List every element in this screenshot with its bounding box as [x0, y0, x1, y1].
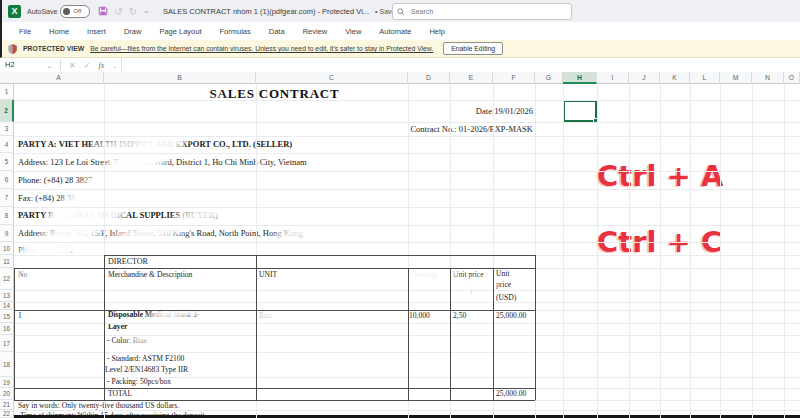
gridline-v — [629, 84, 630, 418]
formula-input[interactable] — [121, 58, 800, 72]
column-header-j[interactable]: J — [629, 72, 660, 84]
row-header-20[interactable]: 20 — [0, 388, 14, 400]
gridline-h — [14, 410, 800, 411]
row-header-13[interactable]: 13 — [0, 290, 14, 302]
ribbon-tab-home[interactable]: Home — [40, 27, 78, 36]
title-bar: X AutoSave Off ↺ ↻ ⌄ SALES CONTRACT nhóm… — [0, 0, 800, 22]
column-header-o[interactable]: O — [784, 72, 800, 84]
ribbon-tab-view[interactable]: View — [336, 27, 370, 36]
column-header-n[interactable]: N — [752, 72, 784, 84]
item-no: 1 — [18, 312, 22, 320]
table-border — [104, 255, 535, 256]
row-header-5[interactable]: 5 — [0, 153, 14, 171]
row-header-15[interactable]: 15 — [0, 310, 14, 323]
row-header-17[interactable]: 17 — [0, 335, 14, 352]
row-header-21[interactable]: 21 — [0, 400, 14, 410]
ribbon-tab-insert[interactable]: Insert — [78, 27, 115, 36]
search-input[interactable] — [409, 7, 543, 16]
item-desc2: Layer — [108, 323, 127, 331]
formula-bar: H2 ⌄ ✕ ✓ fx ⌄ — [0, 58, 800, 73]
row-header-18[interactable]: 18 — [0, 352, 14, 377]
table-border — [408, 268, 409, 400]
row-header-11[interactable]: 11 — [0, 255, 14, 268]
item-price: 2,50 — [453, 312, 466, 320]
column-header-h[interactable]: H — [563, 72, 597, 84]
item-standard-2: Level 2/EN14683 Type IIR — [105, 366, 188, 374]
autosave-control[interactable]: AutoSave Off — [27, 5, 90, 18]
customize-toolbar-icon[interactable]: ⌄ — [143, 7, 149, 15]
column-header-g[interactable]: G — [535, 72, 563, 84]
row-header-9[interactable]: 9 — [0, 225, 14, 242]
column-header-b[interactable]: B — [104, 72, 256, 84]
ribbon-tab-file[interactable]: File — [10, 27, 40, 36]
row-header-22[interactable]: 22 — [0, 410, 14, 418]
row-header-2[interactable]: 2 — [0, 100, 14, 122]
column-header-c[interactable]: C — [256, 72, 408, 84]
ribbon-tab-data[interactable]: Data — [260, 27, 294, 36]
row-header-10[interactable]: 10 — [0, 242, 14, 255]
gridline-h — [14, 302, 800, 303]
ribbon-tab-review[interactable]: Review — [294, 27, 337, 36]
column-header-i[interactable]: I — [597, 72, 629, 84]
divider — [60, 60, 61, 70]
ribbon-tab-page-layout[interactable]: Page Layout — [150, 27, 210, 36]
row-header-7[interactable]: 7 — [0, 189, 14, 207]
gridline-h — [14, 136, 800, 137]
column-header-m[interactable]: M — [720, 72, 752, 84]
insert-function-icon[interactable]: fx — [98, 61, 104, 70]
ribbon-tab-help[interactable]: Help — [420, 27, 453, 36]
ribbon-tab-formulas[interactable]: Formulas — [211, 27, 260, 36]
formula-chevron-icon: ⌄ — [112, 62, 117, 69]
column-header-f[interactable]: F — [493, 72, 535, 84]
column-header-d[interactable]: D — [408, 72, 450, 84]
gridline-h — [14, 290, 800, 291]
search-box[interactable] — [392, 3, 572, 20]
save-icon[interactable] — [98, 6, 108, 16]
gridline-h — [14, 207, 800, 208]
cancel-icon[interactable]: ✕ — [69, 61, 76, 70]
document-title: SALES CONTRACT nhóm 1 (1)(pdfgear.com) -… — [163, 7, 369, 16]
item-qty: 10,000 — [409, 312, 430, 320]
table-border — [256, 255, 257, 400]
search-icon — [397, 8, 405, 16]
smudge — [543, 289, 616, 327]
ribbon-tab-draw[interactable]: Draw — [115, 27, 151, 36]
gridline-v — [784, 84, 785, 418]
row-header-8[interactable]: 8 — [0, 207, 14, 225]
gridline-h — [14, 225, 800, 226]
row-header-6[interactable]: 6 — [0, 171, 14, 189]
row-header-4[interactable]: 4 — [0, 136, 14, 153]
column-header-e[interactable]: E — [450, 72, 493, 84]
ribbon-tab-bar: FileHomeInsertDrawPage LayoutFormulasDat… — [0, 22, 800, 40]
undo-icon[interactable]: ↺ — [114, 6, 122, 17]
redo-icon[interactable]: ↻ — [129, 6, 137, 17]
gridline-v — [720, 84, 721, 418]
table-border — [493, 268, 494, 400]
autosave-label: AutoSave — [27, 8, 57, 15]
col-amount-2: price — [496, 281, 511, 289]
enter-icon[interactable]: ✓ — [84, 61, 91, 70]
gridline-v — [563, 84, 564, 418]
row-header-14[interactable]: 14 — [0, 302, 14, 310]
enable-editing-button[interactable]: Enable Editing — [443, 42, 503, 55]
table-border — [104, 255, 105, 400]
column-header-l[interactable]: L — [690, 72, 720, 84]
row-header-1[interactable]: 1 — [0, 84, 14, 100]
column-header-a[interactable]: A — [14, 72, 104, 84]
column-header-k[interactable]: K — [660, 72, 690, 84]
row-header-16[interactable]: 16 — [0, 323, 14, 335]
name-box-chevron-icon[interactable]: ⌄ — [47, 62, 52, 69]
name-box[interactable]: H2 — [0, 58, 47, 72]
item-standard-1: - Standard: ASTM F2100 — [107, 355, 184, 363]
row-header-19[interactable]: 19 — [0, 377, 14, 388]
table-border — [535, 255, 536, 400]
date-line: Date:19/01/2026 — [335, 107, 533, 116]
row-header-3[interactable]: 3 — [0, 122, 14, 136]
ribbon-tab-automate[interactable]: Automate — [370, 27, 420, 36]
row-header-12[interactable]: 12 — [0, 268, 14, 290]
gridline-h — [14, 153, 800, 154]
gridline-h — [14, 100, 800, 101]
col-amount-1: Unit — [496, 270, 510, 278]
autosave-toggle[interactable]: Off — [60, 5, 90, 18]
selected-cell-h2[interactable] — [563, 100, 597, 122]
